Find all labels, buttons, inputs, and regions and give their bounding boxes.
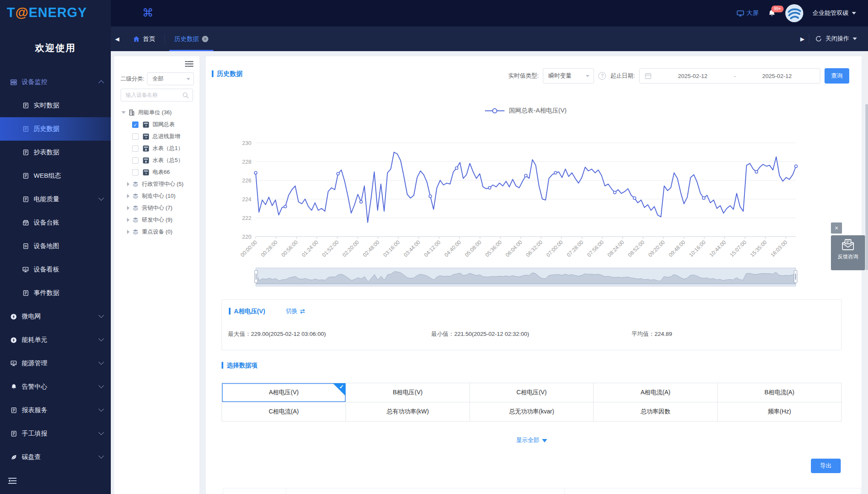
help-icon[interactable]: ? [598, 72, 606, 80]
sidebar-item-realtime-data[interactable]: 实时数据 [0, 94, 111, 117]
device-tree: 用能单位 (36)✓国网总表总进线新增水表（总1）水表（总5）电表66行政管理中… [114, 107, 199, 238]
query-button[interactable]: 查询 [825, 68, 849, 84]
sidebar-item-energy-unit[interactable]: 能耗单元 [0, 328, 111, 352]
sidebar-item-web-scada[interactable]: WEB组态 [0, 164, 111, 188]
sidebar-item-energy-management[interactable]: 能源管理 [0, 352, 111, 375]
tab-close-icon[interactable]: × [202, 36, 208, 42]
tree-checkbox[interactable]: ✓ [132, 121, 138, 128]
caret-closed-icon[interactable] [127, 218, 130, 222]
tree-checkbox[interactable] [132, 133, 138, 140]
tree-node[interactable]: 电表66 [114, 166, 199, 178]
tree-node[interactable]: 水表（总5） [114, 154, 199, 166]
export-button[interactable]: 导出 [811, 459, 841, 473]
tree-node[interactable]: 营销中心 (7) [114, 202, 199, 214]
data-item-cell[interactable]: B相电压(V) [346, 383, 470, 402]
sidebar-item-event-data[interactable]: 事件数据 [0, 281, 111, 305]
sidebar-collapse-button[interactable] [8, 477, 17, 485]
sidebar-item-device-ledger[interactable]: 设备台账 [0, 211, 111, 234]
category-select[interactable]: 全部 [147, 72, 194, 85]
tabs-scroll-right[interactable]: ▶ [796, 36, 809, 42]
data-item-cell[interactable]: A相电压(V)✓ [222, 383, 346, 402]
tree-node[interactable]: 制造中心 (10) [114, 190, 199, 202]
sidebar-item-device-map[interactable]: D设备地图 [0, 234, 111, 258]
notifications-button[interactable]: 99+ [768, 9, 776, 17]
layers-icon [132, 228, 139, 235]
avatar[interactable] [785, 4, 803, 22]
datazoom-left-handle[interactable] [254, 270, 258, 283]
feedback-widget[interactable]: 反馈咨询 [831, 235, 865, 270]
sidebar-item-carbon-inventory[interactable]: 碳盘查 [0, 445, 111, 469]
tree-collapse-icon[interactable] [185, 61, 193, 67]
sidebar-item-alarm-center[interactable]: 告警中心 [0, 375, 111, 399]
apps-grid-icon[interactable]: ⌘ [142, 6, 153, 20]
chevron-down-icon [98, 453, 104, 459]
caret-closed-icon[interactable] [127, 230, 130, 234]
calendar-icon [645, 72, 652, 79]
tree-node[interactable]: 总进线新增 [114, 130, 199, 142]
date-range-picker[interactable]: 2025-02-12 - 2025-02-12 [639, 68, 820, 84]
data-item-cell[interactable]: 总功率因数 [594, 402, 718, 422]
electric-meter-icon [142, 121, 150, 128]
sidebar-item-manual-entry[interactable]: 手工填报 [0, 422, 111, 445]
tree-node[interactable]: ✓国网总表 [114, 118, 199, 130]
page-scrollbar[interactable] [865, 51, 868, 494]
sidebar-item-microgrid[interactable]: 微电网 [0, 305, 111, 328]
energy-management-icon [10, 360, 17, 367]
sidebar-item-device-kanban[interactable]: 设备看板 [0, 258, 111, 281]
feedback-label: 反馈咨询 [831, 253, 865, 260]
sidebar-item-label: 历史数据 [34, 125, 59, 133]
switch-link[interactable]: 切换 [286, 307, 306, 315]
big-screen-button[interactable]: 大屏 [737, 9, 758, 17]
caret-open-icon[interactable] [121, 111, 126, 114]
date-start: 2025-02-12 [655, 73, 730, 79]
data-item-cell[interactable]: 总无功功率(kvar) [470, 402, 594, 422]
close-operations-dropdown[interactable]: 关闭操作 [809, 35, 868, 43]
datazoom-slider[interactable] [256, 268, 796, 286]
tree-node[interactable]: 用能单位 (36) [114, 107, 199, 118]
chart-legend[interactable]: 国网总表-A相电压(V) [256, 107, 796, 115]
line-chart[interactable]: 23022822622422222000:00:0000:28:0000:56:… [219, 116, 828, 266]
value-type-select[interactable]: 瞬时变量 [543, 68, 594, 84]
sidebar-item-device-monitoring[interactable]: 设备监控 [0, 70, 111, 94]
data-point-marker [254, 171, 257, 174]
tree-checkbox[interactable] [132, 157, 138, 164]
sidebar-item-history-data[interactable]: 历史数据 [0, 117, 111, 141]
chevron-down-icon [98, 430, 104, 435]
sidebar-item-meter-reading-data[interactable]: 抄表数据 [0, 141, 111, 164]
tree-node[interactable]: 研发中心 (9) [114, 214, 199, 226]
data-item-cell[interactable]: C相电流(A) [222, 402, 346, 422]
org-switcher[interactable]: 企业能管双碳 [813, 9, 856, 17]
sidebar-item-report-service[interactable]: 报表服务 [0, 399, 111, 422]
data-item-cell[interactable]: 总有功功率(kW) [346, 402, 470, 422]
caret-closed-icon[interactable] [127, 194, 130, 198]
tree-node[interactable]: 重点设备 (0) [114, 226, 199, 238]
sidebar-item-power-quality[interactable]: 电能质量 [0, 188, 111, 211]
svg-text:222: 222 [242, 215, 251, 221]
caret-closed-icon[interactable] [127, 206, 130, 210]
history-data-panel: 历史数据 实时值类型: 瞬时变量 ? 起止日期: 2025-02-12 - 20… [206, 56, 862, 494]
tab-home[interactable]: 首页 [124, 26, 164, 51]
device-search[interactable] [121, 89, 193, 101]
data-item-label: 频率(Hz) [768, 408, 791, 416]
data-item-cell[interactable]: 频率(Hz) [718, 402, 842, 422]
swap-icon [300, 309, 306, 314]
scrollbar-thumb[interactable] [865, 104, 868, 270]
app-logo: T@ENERGY [7, 5, 87, 20]
tabs-scroll-left[interactable]: ◀ [111, 36, 124, 42]
show-all-toggle[interactable]: 显示全部 [222, 436, 842, 444]
datazoom-right-handle[interactable] [794, 270, 797, 283]
data-item-cell[interactable]: B相电流(A) [718, 383, 842, 402]
tree-node[interactable]: 水表（总1） [114, 142, 199, 154]
caret-closed-icon[interactable] [127, 182, 130, 186]
tree-node[interactable]: 行政管理中心 (5) [114, 178, 199, 190]
tree-node-label: 水表（总1） [153, 144, 183, 152]
data-item-cell[interactable]: A相电流(A) [594, 383, 718, 402]
tab-history-data[interactable]: 历史数据 × [165, 26, 218, 51]
tree-checkbox[interactable] [132, 169, 138, 176]
data-item-cell[interactable]: C相电压(V) [470, 383, 594, 402]
device-search-input[interactable] [126, 92, 182, 98]
feedback-close-button[interactable]: × [831, 222, 842, 234]
tree-checkbox[interactable] [132, 145, 138, 152]
history-data-icon [22, 126, 29, 132]
data-item-label: 总有功功率(kW) [386, 408, 429, 416]
